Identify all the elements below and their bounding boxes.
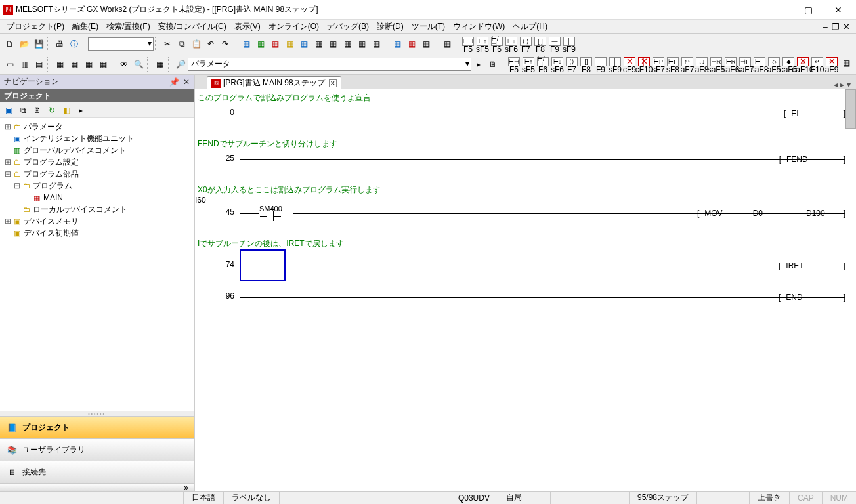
scrollbar-thumb[interactable] — [845, 89, 856, 129]
menu-find[interactable]: 検索/置換(F) — [102, 20, 154, 33]
fk-sf9[interactable]: │sF9 — [562, 35, 576, 52]
tree-progset[interactable]: ⊞🗀プログラム設定 — [1, 156, 192, 168]
dev-btn-12[interactable]: ▦ — [404, 37, 419, 51]
dev-btn-4[interactable]: ▦ — [282, 37, 297, 51]
print-button[interactable]: 🖶 — [53, 37, 67, 51]
project-tree[interactable]: ⊞🗀パラメータ ▣インテリジェント機能ユニット ▥グローバルデバイスコメント ⊞… — [0, 118, 194, 411]
dev-btn-1[interactable]: ▦ — [239, 37, 253, 51]
nav-grip[interactable]: •••••• — [0, 411, 194, 416]
fk2-6[interactable]: —F9 — [593, 56, 608, 73]
fk-f5[interactable]: ⊢⊣F5 — [461, 35, 475, 52]
fk-f6[interactable]: ⊢/⊣F6 — [490, 35, 504, 52]
menu-diag[interactable]: 診断(D) — [373, 20, 408, 33]
maximize-button[interactable]: ▢ — [793, 1, 823, 19]
fk2-7[interactable]: │sF9 — [608, 56, 622, 73]
dev-btn-3[interactable]: ▦ — [268, 37, 282, 51]
rung-2[interactable]: 25 [FEND] — [195, 150, 849, 169]
copy-button[interactable]: ⧉ — [175, 37, 189, 51]
goto-btn[interactable]: ▸ — [471, 57, 486, 72]
tree-global[interactable]: ▥グローバルデバイスコメント — [1, 144, 192, 156]
fk2-9[interactable]: │cF10 — [637, 56, 651, 73]
tab-close-icon[interactable]: ✕ — [329, 79, 337, 87]
tab-menu-icon[interactable]: ▾ — [847, 80, 851, 89]
dev-btn-5[interactable]: ▦ — [297, 37, 311, 51]
rung-4[interactable]: 74 [IRET] — [195, 249, 849, 282]
menu-window[interactable]: ウィンドウ(W) — [449, 20, 509, 33]
contact-sm400[interactable]: SM400 — [259, 205, 282, 220]
tree-devmem[interactable]: ⊞▣デバイスメモリ — [1, 215, 192, 227]
paste-button[interactable]: 📋 — [189, 37, 203, 51]
nav-pin-icon[interactable]: 📌 — [169, 77, 179, 87]
nav-btn-1[interactable]: ▣ — [3, 104, 14, 116]
fk2-4[interactable]: ⟨⟩F7 — [565, 56, 579, 73]
layout-btn-6[interactable]: ▦ — [81, 57, 96, 72]
fk2-11[interactable]: ⊢FsF8 — [666, 56, 680, 73]
view-btn-3[interactable]: ▦ — [152, 57, 167, 72]
combo-1[interactable] — [88, 37, 154, 51]
fk2-10[interactable]: ⊢PsF7 — [651, 56, 666, 73]
tree-devinit[interactable]: ▣デバイス初期値 — [1, 227, 192, 239]
document-tab[interactable]: 四 [PRG]書込 MAIN 98ステップ ✕ — [207, 76, 341, 89]
ladder-cursor[interactable] — [240, 249, 286, 281]
nav-btn-3[interactable]: 🗎 — [32, 104, 43, 116]
nav-close-icon[interactable]: ✕ — [183, 77, 190, 87]
open-button[interactable]: 📂 — [17, 37, 32, 51]
tree-localcom[interactable]: 🗀ローカルデバイスコメント — [1, 203, 192, 215]
dev-btn-9[interactable]: ▦ — [354, 37, 369, 51]
dev-btn-8[interactable]: ▦ — [340, 37, 354, 51]
fk2-17[interactable]: ⊢FsaF8 — [752, 56, 767, 73]
navcat-conn[interactable]: 🖥接続先 — [0, 461, 194, 483]
redo-button[interactable]: ↷ — [218, 37, 232, 51]
minimize-button[interactable]: — — [763, 1, 793, 19]
help-button[interactable]: ⓘ — [67, 37, 81, 51]
mdi-minimize-icon[interactable]: – — [821, 22, 830, 32]
rung-3[interactable]: 45 SM400 [MOVD0D100] — [195, 203, 849, 223]
rung-5[interactable]: 96 [END] — [195, 287, 849, 307]
tree-param[interactable]: ⊞🗀パラメータ — [1, 121, 192, 133]
fk-sf6[interactable]: ⊢↓sF6 — [504, 35, 519, 52]
tab-prev-icon[interactable]: ◂ — [834, 80, 838, 89]
layout-btn-2[interactable]: ▥ — [17, 57, 32, 72]
nav-btn-4[interactable]: ↻ — [46, 104, 58, 116]
mdi-restore-icon[interactable]: ❐ — [831, 22, 840, 32]
navcat-collapse[interactable]: » — [0, 483, 194, 491]
fk2-2[interactable]: ⊢/⊣F6 — [536, 56, 550, 73]
menu-debug[interactable]: デバッグ(B) — [323, 20, 373, 33]
fk-f7[interactable]: ⟨ ⟩F7 — [519, 35, 533, 52]
layout-btn-3[interactable]: ▤ — [32, 57, 46, 72]
tab-next-icon[interactable]: ▸ — [840, 80, 844, 89]
navcat-project[interactable]: 📘プロジェクト — [0, 416, 194, 438]
cut-button[interactable]: ✂ — [160, 37, 175, 51]
doc-btn[interactable]: 🗎 — [486, 57, 500, 72]
find-btn[interactable]: 🔎 — [173, 57, 188, 72]
param-combo[interactable]: パラメータ — [188, 58, 471, 71]
tree-program[interactable]: ⊟🗀プログラム — [1, 180, 192, 192]
layout-btn-7[interactable]: ▦ — [96, 57, 110, 72]
fk2-1[interactable]: ⊢↑sF5 — [521, 56, 536, 73]
fk2-5[interactable]: []F8 — [579, 56, 593, 73]
dev-btn-6[interactable]: ▦ — [311, 37, 326, 51]
save-button[interactable]: 💾 — [32, 37, 46, 51]
menu-edit[interactable]: 編集(E) — [68, 20, 102, 33]
mdi-close-icon[interactable]: ✕ — [842, 22, 851, 32]
dev-btn-13[interactable]: ▦ — [419, 37, 433, 51]
layout-btn-5[interactable]: ▦ — [67, 57, 81, 72]
fk2-3[interactable]: ⊢↓sF6 — [550, 56, 565, 73]
fk2-20[interactable]: ◇caF10 — [796, 56, 810, 73]
menu-view[interactable]: 表示(V) — [230, 20, 265, 33]
view-btn-2[interactable]: 🔍 — [131, 57, 146, 72]
fk2-0[interactable]: ⊢⊣F5 — [507, 56, 521, 73]
fk2-12[interactable]: ↑↑aF7 — [680, 56, 695, 73]
tree-main[interactable]: ▦MAIN — [1, 192, 192, 203]
menu-help[interactable]: ヘルプ(H) — [509, 20, 551, 33]
nav-btn-6[interactable]: ▸ — [75, 104, 87, 116]
menu-project[interactable]: プロジェクト(P) — [3, 20, 68, 33]
view-btn-1[interactable]: 👁 — [117, 57, 131, 72]
dev-btn-2[interactable]: ▦ — [253, 37, 268, 51]
fk-f8[interactable]: [ ]F8 — [533, 35, 547, 52]
tree-intel[interactable]: ▣インテリジェント機能ユニット — [1, 133, 192, 144]
nav-btn-5[interactable]: ◧ — [60, 104, 72, 116]
ladder-editor[interactable]: このプログラムで割込みプログラムを使うよ宣言 0 [EI] FENDでサブルーチ… — [195, 89, 856, 491]
dev-btn-7[interactable]: ▦ — [326, 37, 340, 51]
dev-btn-14[interactable]: ▦ — [440, 37, 454, 51]
